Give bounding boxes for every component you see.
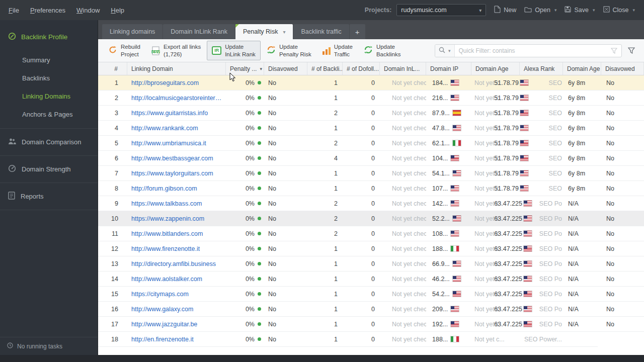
sidebar-item-anchors-pages[interactable]: Anchors & Pages (0, 105, 98, 123)
update-traffic-button[interactable]: UpdateTraffic (317, 41, 358, 60)
table-row[interactable]: 1 http://bproseguitars.com 0% No 1 0 Not… (98, 75, 644, 90)
col-header-dofollow[interactable]: # of Dofoll... (343, 62, 380, 75)
sidebar-item-backlink-profile[interactable]: Backlink Profile (0, 20, 98, 51)
linking-domain-cell: http://forum.gibson.com (127, 181, 226, 196)
col-header-domain-age-1[interactable]: Domain Age (471, 62, 520, 75)
tab-penalty-risk[interactable]: Penalty Risk ▾ (235, 24, 293, 39)
sidebar-item-reports[interactable]: Reports (0, 183, 98, 210)
linking-domain-link[interactable]: http://directory.amfibi.business (131, 260, 216, 267)
tab-linking-domains[interactable]: Linking domains (102, 24, 163, 39)
sidebar-item-label: Reports (21, 193, 44, 200)
linking-domain-link[interactable]: https://www.guitarristas.info (131, 110, 208, 117)
table-row[interactable]: 9 https://www.talkbass.com 0% No 2 0 Not… (98, 196, 644, 211)
col-header-alexa-rank[interactable]: Alexa Rank (520, 62, 563, 75)
save-project-button[interactable]: Save ▾ (565, 6, 595, 14)
close-project-button[interactable]: Close ▾ (603, 6, 635, 14)
table-row[interactable]: 11 http://www.bitlanders.com 0% No 2 0 N… (98, 226, 644, 241)
menu-help[interactable]: Help (105, 7, 130, 14)
col-header-linking-domain[interactable]: Linking Domain (127, 62, 226, 75)
col-header-domain-age-2[interactable]: Domain Age (563, 62, 601, 75)
col-header-penalty-risk[interactable]: Penalty ...▾ (226, 62, 264, 75)
penalty-status-dot-icon (258, 292, 261, 296)
col-header-domain-ip[interactable]: Domain IP (426, 62, 471, 75)
linking-domain-link[interactable]: http://www.bitlanders.com (131, 230, 203, 237)
linking-domain-link[interactable]: http://forum.gibson.com (131, 185, 197, 192)
update-inlink-rank-button[interactable]: IR UpdateInLink Rank (207, 41, 261, 60)
menu-window[interactable]: Window (71, 7, 105, 14)
menu-file[interactable]: File (3, 7, 25, 14)
domain-age-cell: N/A (563, 302, 601, 316)
open-project-button[interactable]: Open ▾ (524, 7, 556, 14)
advanced-filter-button[interactable] (628, 47, 635, 54)
table-row[interactable]: 13 http://directory.amfibi.business 0% N… (98, 256, 644, 272)
penalty-status-dot-icon (258, 171, 261, 175)
sidebar-item-domain-strength[interactable]: Domain Strength (0, 155, 98, 183)
export-all-links-button[interactable]: CSV Export all links(1,726) (146, 41, 206, 60)
linking-domain-link[interactable]: https://citymaps.com (131, 291, 189, 298)
project-selector[interactable]: rudysmusic.com ▾ (396, 4, 486, 16)
quick-filter-mode-button[interactable]: ▾ (435, 45, 455, 57)
sort-desc-icon: ▾ (260, 66, 262, 71)
table-row[interactable]: 15 https://citymaps.com 0% No 1 0 Not ye… (98, 287, 644, 302)
sidebar-item-summary[interactable]: Summary (0, 51, 98, 69)
quick-filter-input[interactable] (455, 47, 611, 54)
table-row[interactable]: 7 https://www.taylorguitars.com 0% No 1 … (98, 166, 644, 181)
filter-funnel-icon[interactable] (611, 48, 621, 54)
backlinks-count-cell: 1 (307, 287, 343, 301)
domain-age-cell: 6y 8m (563, 151, 601, 165)
disavowed-cell-2: No (601, 90, 644, 105)
close-icon (603, 6, 610, 14)
table-row[interactable]: 8 http://forum.gibson.com 0% No 1 0 Not … (98, 181, 644, 196)
table-row[interactable]: 10 https://www.zappenin.com 0% No 2 0 No… (98, 211, 644, 226)
dofollow-count-cell: 0 (343, 302, 380, 316)
disavowed-cell-2: No (601, 287, 644, 301)
linking-domain-link[interactable]: http://bproseguitars.com (131, 79, 199, 86)
col-header-backlinks[interactable]: # of Backli... (307, 62, 343, 75)
sidebar-item-linking-domains[interactable]: Linking Domains (0, 87, 98, 105)
col-header-disavowed[interactable]: Disavowed (264, 62, 307, 75)
col-header-index[interactable]: # (98, 62, 127, 75)
linking-domain-link[interactable]: https://www.taylorguitars.com (131, 170, 213, 177)
sidebar-item-domain-comparison[interactable]: Domain Comparison (0, 128, 98, 155)
table-row[interactable]: 3 https://www.guitarristas.info 0% No 2 … (98, 106, 644, 121)
tab-domain-inlink-rank[interactable]: Domain InLink Rank (163, 24, 235, 39)
table-row[interactable]: 6 http://www.bestbassgear.com 0% No 4 0 … (98, 151, 644, 166)
search-icon (439, 46, 445, 55)
rebuild-project-button[interactable]: RebuildProject (103, 41, 145, 60)
linking-domain-link[interactable]: http://www.rankank.com (131, 125, 198, 132)
rebuild-icon (108, 45, 117, 56)
linking-domain-link[interactable]: https://www.zappenin.com (131, 215, 204, 222)
table-row[interactable]: 14 http://www.aolstalker.com 0% No 1 0 N… (98, 272, 644, 287)
linking-domain-link[interactable]: http://www.aolstalker.com (131, 276, 202, 283)
linking-domain-link[interactable]: http://www.firenzenotte.it (131, 245, 200, 252)
table-row[interactable]: 5 http://www.umbriamusica.it 0% No 2 0 N… (98, 136, 644, 151)
penalty-risk-cell: 0% (226, 121, 264, 135)
linking-domain-link[interactable]: http://localmusicgearstoreintervi... (131, 95, 222, 102)
row-number: 11 (98, 226, 127, 241)
linking-domain-link[interactable]: http://en.firenzenotte.it (131, 336, 194, 343)
country-flag-icon (520, 140, 528, 146)
linking-domain-link[interactable]: http://www.jazzguitar.be (131, 321, 197, 328)
table-row[interactable]: 12 http://www.firenzenotte.it 0% No 1 0 … (98, 241, 644, 256)
linking-domain-link[interactable]: http://www.umbriamusica.it (131, 140, 206, 147)
menu-preferences[interactable]: Preferences (25, 7, 71, 14)
table-row[interactable]: 16 http://www.galaxy.com 0% No 1 0 Not y… (98, 302, 644, 317)
update-backlinks-button[interactable]: UpdateBacklinks (359, 41, 406, 60)
linking-domain-link[interactable]: http://www.bestbassgear.com (131, 155, 213, 162)
update-penalty-risk-button[interactable]: UpdatePenalty Risk (262, 41, 316, 60)
new-project-button[interactable]: New (494, 6, 516, 15)
tab-backlink-traffic[interactable]: Backlink traffic (293, 24, 349, 39)
add-tab-button[interactable]: + (350, 24, 365, 39)
col-header-disavowed-2[interactable]: Disavowed (601, 62, 644, 75)
table-row[interactable]: 18 http://en.firenzenotte.it 0% No 1 0 N… (98, 332, 644, 347)
linking-domain-link[interactable]: https://www.talkbass.com (131, 200, 202, 207)
linking-domain-link[interactable]: http://www.galaxy.com (131, 306, 193, 313)
button-label: InLink Rank (225, 51, 256, 58)
domain-inlink-cell: Not yet check... (380, 287, 426, 301)
sidebar-item-backlinks[interactable]: Backlinks (0, 69, 98, 87)
col-header-domain-inlink[interactable]: Domain InL... (380, 62, 426, 75)
table-row[interactable]: 4 http://www.rankank.com 0% No 1 0 Not y… (98, 121, 644, 136)
disavowed-cell: No (264, 332, 307, 346)
table-row[interactable]: 17 http://www.jazzguitar.be 0% No 1 0 No… (98, 317, 644, 332)
table-row[interactable]: 2 http://localmusicgearstoreintervi... 0… (98, 90, 644, 106)
